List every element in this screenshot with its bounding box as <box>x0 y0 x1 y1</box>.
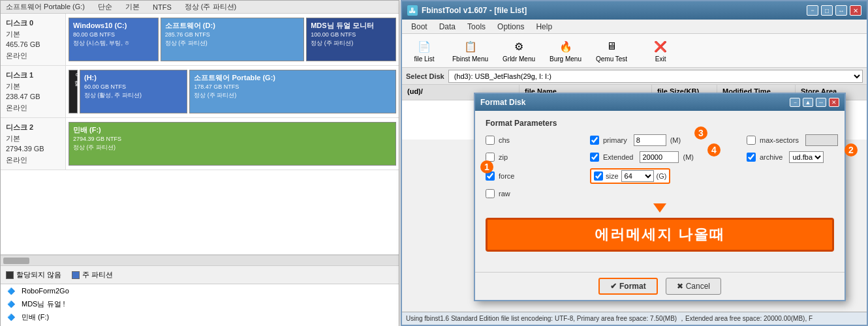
format-disk-dialog: Format Disk － ▲ ↔ ✕ Format Parameters ch… <box>474 93 846 301</box>
partition-c[interactable]: Windows10 (C:) 80.00 GB NTFS 정상 (시스템, 부팅… <box>69 18 159 61</box>
disk-name-1: 디스크 1 <box>6 70 60 81</box>
checkbox-size[interactable] <box>594 171 603 181</box>
disk-info-0: 디스크 0 기본 465.76 GB 온라인 <box>1 14 66 65</box>
dialog-body: Format Parameters chs 3 primary (M) <box>475 111 845 265</box>
fbinsttool-title: FbinstTool v1.607 - [file List] <box>422 6 527 15</box>
tool-filelist-label: file List <box>414 55 434 63</box>
fbinsttool-titlebar: 🖧 FbinstTool v1.607 - [file List] － □ ↔ … <box>402 1 867 20</box>
tool-fbinstmenu[interactable]: 📋 Fbinst Menu <box>446 36 494 66</box>
menu-data[interactable]: Data <box>434 21 461 33</box>
cancel-button[interactable]: ✖ Cancel <box>666 278 721 295</box>
tool-fbinstmenu-label: Fbinst Menu <box>452 55 488 63</box>
list-item-software[interactable]: 🔷 소프트웨어 Po <box>1 323 399 326</box>
partition-f[interactable]: 민배 (F:) 2794.39 GB NTFS 정상 (주 파티션) <box>69 122 396 166</box>
status-text: Using fbinst1.6 Standard Edition file li… <box>406 314 813 323</box>
select-disk-label: Select Disk <box>406 72 444 80</box>
maximize-button[interactable]: □ <box>821 5 833 16</box>
minimize-button[interactable]: － <box>807 5 818 16</box>
disk-size-2: 2794.39 GB <box>6 143 60 155</box>
checkbox-archive[interactable] <box>747 153 756 162</box>
restore-button[interactable]: ↔ <box>835 5 847 16</box>
tool-qemu-label: Qemu Test <box>596 55 627 63</box>
dialog-minimize[interactable]: － <box>790 98 800 107</box>
tool-exit[interactable]: ❌ Exit <box>641 36 680 66</box>
dialog-restore[interactable]: ▲ <box>803 98 813 107</box>
disk-type-0: 기본 <box>6 29 60 40</box>
filelist-icon: 📄 <box>416 38 432 54</box>
menu-boot[interactable]: Boot <box>406 21 433 33</box>
badge-1: 1 <box>480 160 493 173</box>
param-force: 1 force <box>486 168 590 184</box>
disk-type-1: 기본 <box>6 81 60 92</box>
arrow-down-icon <box>653 203 666 213</box>
label-archive: archive <box>760 153 783 161</box>
input-max-sectors[interactable] <box>805 134 838 146</box>
dialog-title: Format Disk <box>480 98 525 107</box>
fbinsttool-window: 🖧 FbinstTool v1.607 - [file List] － □ ↔ … <box>401 0 868 326</box>
checkbox-chs[interactable] <box>486 136 495 145</box>
select-archive[interactable]: ud.fba <box>789 151 824 163</box>
roboform-icon: 🔷 <box>6 286 16 296</box>
arrow-container <box>486 203 834 213</box>
disk-fs-label: NTFS <box>153 3 172 11</box>
disk-dropdown[interactable]: (hd3): USB_JetFlash(29g, I: I:) <box>448 70 863 83</box>
legend-color-primary <box>72 271 80 279</box>
legend-bar: 할당되지 않음 주 파티션 <box>1 265 399 284</box>
checkbox-extended[interactable] <box>590 153 599 162</box>
partition-d[interactable]: 소프트웨어 (D:) 285.76 GB NTFS 정상 (주 파티션) <box>161 18 304 61</box>
tool-grldr-label: Grldr Menu <box>503 55 535 63</box>
close-button[interactable]: ✕ <box>850 5 861 16</box>
disk-size-0: 465.76 GB <box>6 39 60 50</box>
tool-exit-label: Exit <box>655 55 666 63</box>
checkbox-raw[interactable] <box>486 189 495 198</box>
badge-2: 2 <box>845 143 858 156</box>
tool-qemu[interactable]: 🖥 Qemu Test <box>590 36 633 66</box>
disk-info-2: 디스크 2 기본 2794.39 GB 온라인 <box>1 118 66 170</box>
disk-type-label: 단순 <box>98 2 112 12</box>
partition-mds[interactable]: MDS님 듀얼 모니터 100.00 GB NTFS 정상 (주 파티션) <box>306 18 396 61</box>
cancel-button-label: Cancel <box>686 282 710 291</box>
menu-tools[interactable]: Tools <box>462 21 491 33</box>
list-item-minbae[interactable]: 🔷 민배 (F:) <box>1 310 399 323</box>
dialog-close[interactable]: ✕ <box>829 98 839 107</box>
badge-4: 4 <box>707 143 721 156</box>
partitions-2: 민배 (F:) 2794.39 GB NTFS 정상 (주 파티션) <box>66 118 399 170</box>
disk-name-0: 디스크 0 <box>6 18 60 29</box>
input-primary[interactable] <box>634 134 666 146</box>
fbinst-app-icon: 🖧 <box>407 5 418 16</box>
list-item-roboform[interactable]: 🔷 RoboForm2Go <box>1 284 399 297</box>
disk-size-1: 238.47 GB <box>6 91 60 102</box>
scrollbar-thumb[interactable] <box>3 258 29 264</box>
unit-extended: (M) <box>683 153 694 161</box>
list-item-label-minbae: 민배 (F:) <box>22 312 49 322</box>
menu-bar: Boot Data Tools Options Help <box>402 20 867 34</box>
select-size[interactable]: 64 <box>621 170 654 182</box>
window-controls: － □ ↔ ✕ <box>807 5 861 16</box>
label-max-sectors: max-sectors <box>760 136 799 144</box>
partition-h[interactable]: (H:) 60.00 GB NTFS 정상 (활성, 주 파티션) <box>80 70 187 113</box>
menu-help[interactable]: Help <box>531 21 557 33</box>
list-item-mds[interactable]: 🔷 MDS님 듀얼 ! <box>1 297 399 310</box>
partitions-0: Windows10 (C:) 80.00 GB NTFS 정상 (시스템, 부팅… <box>66 14 399 65</box>
disk-status-label: 정상 (주 파티션) <box>185 2 236 12</box>
input-extended[interactable] <box>640 151 679 163</box>
toolbar: 📄 file List 📋 Fbinst Menu ⚙ Grldr Menu 🔥… <box>402 34 867 68</box>
checkbox-max-sectors[interactable] <box>747 136 756 145</box>
tool-filelist[interactable]: 📄 file List <box>405 36 444 66</box>
dialog-maximize[interactable]: ↔ <box>816 98 826 107</box>
menu-options[interactable]: Options <box>492 21 529 33</box>
legend-label-primary: 주 파티션 <box>82 270 113 280</box>
legend-color-unallocated <box>6 271 14 279</box>
disk-type-2: 기본 <box>6 133 60 144</box>
unit-size: (G) <box>657 172 667 180</box>
format-button[interactable]: ✔ Format <box>598 278 658 295</box>
horizontal-scrollbar[interactable] <box>1 255 399 265</box>
partition-small[interactable]: 8할 <box>69 70 78 113</box>
disk-management-panel: 소프트웨어 Portable (G:) 단순 기본 NTFS 정상 (주 파티션… <box>0 0 399 326</box>
tool-burg[interactable]: 🔥 Burg Menu <box>544 36 587 66</box>
checkbox-primary[interactable] <box>590 136 599 145</box>
param-chs: chs <box>486 134 590 146</box>
tool-grldr[interactable]: ⚙ Grldr Menu <box>497 36 541 66</box>
partition-g[interactable]: 소프트웨어 Portable (G:) 178.47 GB NTFS 정상 (주… <box>189 70 396 113</box>
disk-status-1: 온라인 <box>6 102 60 113</box>
